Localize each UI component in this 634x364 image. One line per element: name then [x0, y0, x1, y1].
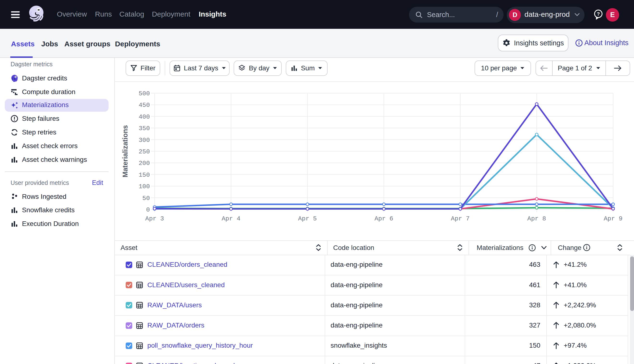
svg-text:Apr 6: Apr 6 — [374, 215, 393, 222]
svg-text:350: 350 — [138, 125, 150, 132]
svg-text:0: 0 — [146, 206, 150, 214]
svg-text:50: 50 — [142, 195, 150, 202]
svg-text:500: 500 — [138, 90, 150, 97]
svg-text:400: 400 — [138, 113, 150, 120]
svg-text:150: 150 — [138, 172, 150, 179]
svg-text:250: 250 — [138, 148, 150, 155]
svg-text:Apr 5: Apr 5 — [298, 215, 317, 222]
svg-text:200: 200 — [138, 160, 150, 167]
svg-text:450: 450 — [138, 102, 150, 109]
svg-text:Apr 9: Apr 9 — [604, 215, 622, 222]
svg-text:Materializations: Materializations — [121, 125, 129, 178]
svg-text:100: 100 — [138, 183, 150, 190]
svg-text:300: 300 — [138, 136, 150, 144]
svg-text:Apr 4: Apr 4 — [222, 215, 240, 222]
svg-text:?: ? — [597, 11, 600, 16]
svg-text:Apr 8: Apr 8 — [527, 215, 546, 222]
svg-text:Apr 7: Apr 7 — [451, 215, 470, 222]
svg-text:Apr 3: Apr 3 — [145, 215, 164, 222]
